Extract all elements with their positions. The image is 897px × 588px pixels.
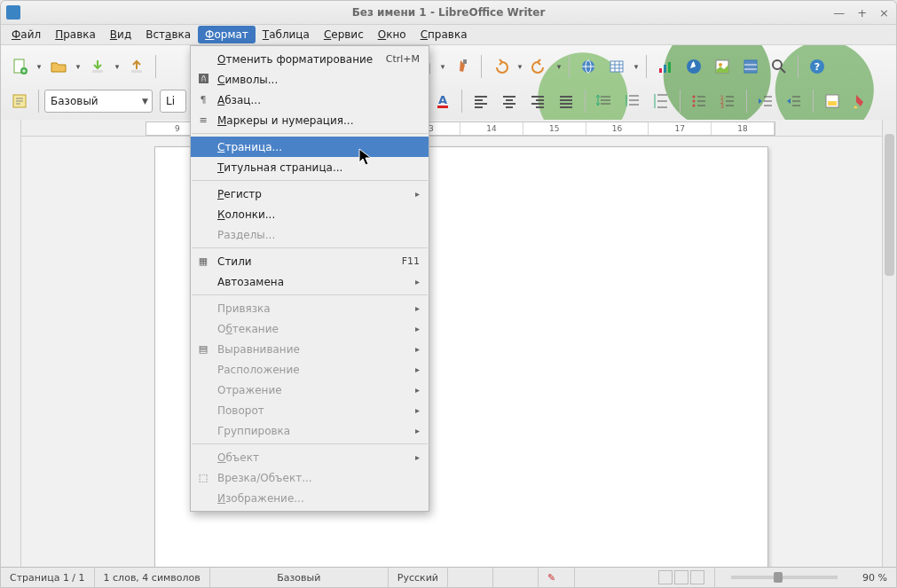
- status-bar: Страница 1 / 1 1 слов, 4 символов Базовы…: [1, 567, 896, 587]
- decrease-indent-icon[interactable]: [781, 88, 807, 114]
- menu-вид[interactable]: Вид: [103, 26, 138, 43]
- close-button[interactable]: ×: [879, 6, 889, 20]
- zoom-value[interactable]: 90 %: [854, 568, 896, 587]
- menu-item-label: Отменить форматирование: [217, 53, 373, 66]
- menu-item[interactable]: ¶Абзац...: [191, 90, 429, 110]
- menu-item[interactable]: Титульная страница...: [191, 157, 429, 177]
- align-left-icon[interactable]: [468, 88, 494, 114]
- zoom-control[interactable]: [715, 568, 854, 587]
- menu-item[interactable]: ▦СтилиF11: [191, 251, 429, 271]
- status-page-style[interactable]: Базовый: [210, 568, 389, 587]
- menu-таблица[interactable]: Таблица: [256, 26, 317, 43]
- highlight-icon[interactable]: [847, 88, 874, 114]
- menu-item-label: Титульная страница...: [217, 161, 342, 174]
- menu-вставка[interactable]: Вставка: [138, 26, 198, 43]
- align-center-icon[interactable]: [496, 88, 523, 114]
- paragraph-bg-icon[interactable]: [819, 88, 846, 114]
- menu-item-label: Отражение: [217, 384, 282, 396]
- export-icon[interactable]: [123, 53, 150, 80]
- menu-item-label: Группировка: [217, 425, 290, 437]
- single-page-icon[interactable]: [658, 570, 673, 584]
- status-page[interactable]: Страница 1 / 1: [1, 568, 95, 587]
- multi-page-icon[interactable]: [674, 570, 688, 584]
- redo-icon[interactable]: [526, 53, 553, 80]
- menu-item[interactable]: ≡Маркеры и нумерация...: [191, 110, 429, 130]
- undo-icon[interactable]: [487, 53, 514, 80]
- gallery-icon[interactable]: [709, 53, 736, 80]
- formatting-toolbar: Базовый▼ Li A 123: [1, 86, 896, 116]
- menu-item[interactable]: Колонки...: [191, 204, 429, 224]
- submenu-arrow-icon: ▸: [415, 324, 420, 333]
- view-layout[interactable]: [649, 568, 715, 587]
- align-justify-icon[interactable]: [553, 88, 579, 114]
- menu-окно[interactable]: Окно: [371, 26, 413, 43]
- bullet-list-icon[interactable]: [686, 88, 712, 114]
- submenu-arrow-icon: ▸: [415, 426, 420, 435]
- number-list-icon[interactable]: 123: [714, 88, 741, 114]
- font-name-combo[interactable]: Li: [160, 90, 186, 113]
- help-icon[interactable]: ?: [804, 53, 830, 80]
- menu-item: ▤Выравнивание▸: [191, 339, 429, 359]
- line-spacing-1-icon[interactable]: [591, 88, 618, 114]
- new-dropdown[interactable]: ▾: [35, 62, 43, 71]
- open-dropdown[interactable]: ▾: [74, 62, 83, 71]
- ruler-tick: 16: [586, 122, 649, 135]
- menu-item[interactable]: Отменить форматированиеCtrl+M: [191, 49, 429, 69]
- line-spacing-2-icon[interactable]: [648, 88, 674, 114]
- styles-icon[interactable]: [6, 88, 33, 114]
- menu-сервис[interactable]: Сервис: [317, 26, 371, 43]
- chart-icon[interactable]: [652, 53, 679, 80]
- table-icon[interactable]: [603, 53, 630, 80]
- submenu-arrow-icon: ▸: [415, 385, 420, 395]
- menu-item[interactable]: 🅰Символы...: [191, 69, 429, 90]
- book-view-icon[interactable]: [690, 570, 704, 584]
- status-language[interactable]: Русский: [389, 568, 448, 587]
- menu-формат[interactable]: Формат: [198, 26, 256, 43]
- zoom-icon[interactable]: [766, 53, 792, 80]
- ruler-tick: 15: [523, 122, 586, 135]
- increase-indent-icon[interactable]: [752, 88, 779, 114]
- status-signature[interactable]: ✎: [539, 568, 575, 587]
- menu-item: Поворот▸: [191, 400, 429, 420]
- status-word-count[interactable]: 1 слов, 4 символов: [95, 568, 210, 587]
- status-selection-mode[interactable]: [493, 568, 539, 587]
- vertical-scrollbar[interactable]: [882, 120, 896, 568]
- hyperlink-icon[interactable]: [575, 53, 602, 80]
- submenu-arrow-icon: ▸: [415, 365, 420, 374]
- scrollbar-thumb[interactable]: [885, 134, 894, 276]
- font-color-icon[interactable]: A: [429, 88, 456, 114]
- menu-item-shortcut: F11: [402, 255, 420, 267]
- menu-bar: ФайлПравкаВидВставкаФорматТаблицаСервисО…: [1, 25, 896, 45]
- document-viewport: 9101112131415161718: [21, 120, 896, 568]
- zoom-knob[interactable]: [774, 572, 783, 583]
- menu-item: Обтекание▸: [191, 318, 429, 339]
- menu-item[interactable]: Автозамена▸: [191, 271, 429, 292]
- minimize-button[interactable]: —: [833, 6, 845, 20]
- paragraph-style-combo[interactable]: Базовый▼: [44, 90, 153, 113]
- format-paintbrush-icon[interactable]: [449, 53, 476, 80]
- menu-справка[interactable]: Справка: [413, 26, 475, 43]
- menu-item[interactable]: Регистр▸: [191, 184, 429, 204]
- menu-item: Группировка▸: [191, 420, 429, 441]
- save-icon[interactable]: [84, 53, 111, 80]
- menu-item[interactable]: Страница...: [191, 137, 429, 157]
- datasource-icon[interactable]: [737, 53, 764, 80]
- app-icon: [6, 5, 20, 20]
- new-icon[interactable]: [6, 53, 33, 80]
- char-icon: 🅰: [196, 72, 210, 86]
- status-insert-mode[interactable]: [448, 568, 493, 587]
- menu-item: ⬚Врезка/Объект...: [191, 467, 429, 488]
- save-dropdown[interactable]: ▾: [113, 62, 122, 71]
- title-bar: Без имени 1 - LibreOffice Writer — + ×: [1, 1, 896, 25]
- menu-файл[interactable]: Файл: [4, 26, 48, 43]
- zoom-slider[interactable]: [731, 576, 838, 579]
- svg-point-25: [693, 105, 696, 107]
- menu-item-label: Регистр: [217, 188, 262, 200]
- navigator-icon[interactable]: [681, 53, 707, 80]
- align-right-icon[interactable]: [524, 88, 551, 114]
- menu-item: Отражение▸: [191, 380, 429, 400]
- open-icon[interactable]: [45, 53, 72, 80]
- line-spacing-15-icon[interactable]: [619, 88, 646, 114]
- maximize-button[interactable]: +: [857, 6, 867, 20]
- menu-правка[interactable]: Правка: [48, 26, 103, 43]
